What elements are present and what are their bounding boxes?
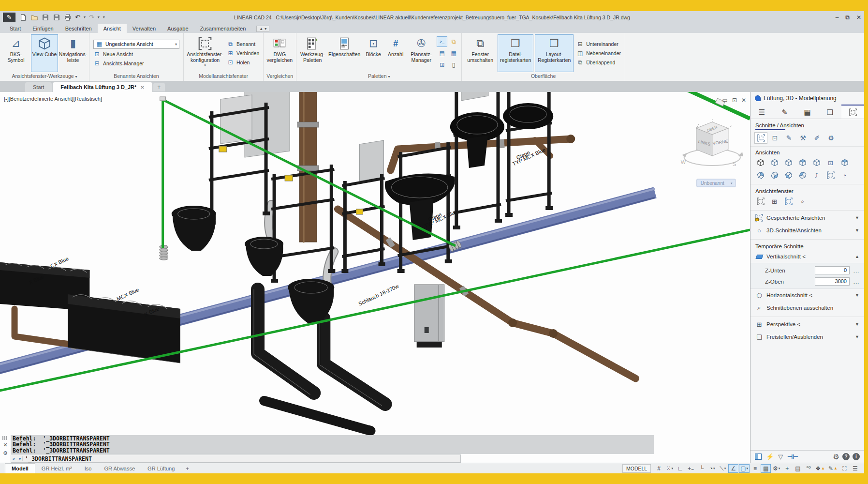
transparency-icon[interactable]: ▦	[761, 464, 771, 473]
gear-icon[interactable]: ⚙	[824, 132, 838, 144]
command-line-icon[interactable]: >_	[437, 36, 447, 47]
doc-tab-drawing[interactable]: Fellbach Kita Lüftung 3 D_JR*✕	[53, 82, 152, 92]
z-unten-browse-button[interactable]: ...	[853, 268, 860, 273]
clipboard-icon[interactable]: ▯	[448, 60, 459, 70]
chevron-down-icon[interactable]: ▼	[855, 228, 859, 233]
close-tab-icon[interactable]: ✕	[140, 85, 144, 90]
view-corner-ne-icon[interactable]	[782, 170, 794, 181]
view-globe-icon[interactable]: ◔	[839, 170, 851, 181]
neue-ansicht-button[interactable]: ⊡Neue Ansicht	[93, 51, 179, 58]
open-file-icon[interactable]	[30, 14, 38, 21]
chevron-down-icon[interactable]: ▼	[855, 215, 859, 220]
panel-label[interactable]: Paletten ▾	[296, 72, 461, 81]
view-corner-se-icon[interactable]	[768, 170, 780, 181]
info-icon[interactable]: i	[853, 453, 860, 460]
ribbon-collapse-button[interactable]: ▲▾	[256, 26, 269, 32]
tab-ausgabe[interactable]: Ausgabe	[162, 24, 194, 33]
viewport-minimize-icon[interactable]: ▭	[722, 97, 728, 104]
infer-constraints-icon[interactable]: ∟	[675, 464, 685, 473]
units-icon[interactable]: °º	[803, 464, 813, 473]
help-icon[interactable]: ?	[842, 453, 850, 460]
object-snap-icon[interactable]: ▢▾	[739, 464, 750, 473]
wrench-icon[interactable]: ⚒	[796, 132, 809, 144]
tab-einfuegen[interactable]: Einfügen	[27, 24, 59, 33]
chevron-down-icon[interactable]: ▼	[855, 334, 859, 339]
calculator-icon[interactable]: ▦	[448, 48, 459, 59]
dynamic-input-icon[interactable]: +₌	[686, 464, 696, 473]
undo-icon[interactable]: ↶	[75, 14, 80, 21]
clean-screen-icon[interactable]: ⛶	[839, 464, 850, 473]
command-input[interactable]: >_▾ '_3DORBITTRANSPARENT	[11, 454, 461, 463]
panel-settings-gear-icon[interactable]: ⚙	[833, 453, 839, 461]
chevron-up-icon[interactable]: ▲	[855, 254, 859, 259]
layout-tab-iso[interactable]: Iso	[78, 463, 98, 473]
view-frame-icon[interactable]	[824, 170, 837, 181]
layout-tab-gr-abwasse[interactable]: GR Abwasse	[98, 463, 141, 473]
tab-beschriften[interactable]: Beschriften	[59, 24, 98, 33]
view-cube[interactable]: OBEN LINKS VORNE W S	[681, 119, 743, 167]
crosshair-icon[interactable]: +	[782, 464, 792, 473]
redo-icon[interactable]: ↷	[89, 14, 94, 21]
werkzeug-paletten-button[interactable]: Werkzeug-Paletten	[299, 34, 326, 72]
qat-customize-icon[interactable]: ▾	[103, 15, 105, 19]
viewport-tool-icon[interactable]	[754, 132, 767, 144]
tab-zusammenarbeiten[interactable]: Zusammenarbeiten	[194, 24, 252, 33]
minimize-button[interactable]: –	[836, 14, 839, 21]
osnap-tracking-icon[interactable]: ∠	[728, 464, 738, 473]
tab-start[interactable]: Start	[4, 24, 27, 33]
view-iso-ne-icon[interactable]	[782, 157, 794, 168]
layout-registerkarten-button[interactable]: ❒Layout-Registerkarten	[535, 34, 574, 72]
quick-properties-icon[interactable]: ▤	[793, 464, 803, 473]
horizontal-section-row[interactable]: ⬡ Horizontalschnitt <▼	[750, 289, 864, 302]
panel-tab-document-icon[interactable]: ❏	[819, 105, 841, 119]
view-block-icon[interactable]: ⊡	[824, 157, 837, 168]
save-icon[interactable]	[42, 14, 49, 21]
view-cube-button[interactable]: View Cube	[31, 34, 58, 72]
datei-registerkarten-button[interactable]: ❐Datei-registerkarten	[498, 34, 533, 72]
ueberlappend-button[interactable]: ⧉Überlappend	[576, 59, 621, 66]
holen-button[interactable]: ⊡Holen	[227, 59, 259, 66]
nebeneinander-button[interactable]: ◫Nebeneinander	[576, 50, 621, 57]
panel-label[interactable]: Ansichtsfenster-Werkzeuge ▾	[0, 72, 89, 81]
navigationsleiste-button[interactable]: ▮Navigations-leiste	[59, 34, 87, 72]
panel-tab-edit-icon[interactable]: ✎	[773, 105, 796, 119]
print-icon[interactable]	[64, 14, 72, 21]
viewport-grid-icon[interactable]: ⊞	[768, 196, 780, 207]
dwg-vergleichen-button[interactable]: DWG vergleichen	[266, 34, 293, 72]
anzahl-button[interactable]: #Anzahl	[385, 34, 406, 72]
measure-icon[interactable]: ✐	[810, 132, 824, 144]
view-iso-se-icon[interactable]	[768, 157, 780, 168]
command-recent-caret-icon[interactable]: ▾	[19, 456, 21, 461]
restore-button[interactable]: ⧉	[845, 14, 850, 21]
ansichts-manager-button[interactable]: ⊟Ansichts-Manager	[93, 60, 179, 67]
tab-ansicht[interactable]: Ansicht	[98, 24, 127, 33]
ansichtsfenster-konfiguration-button[interactable]: Ansichtsfenster-konfiguration ▾	[186, 34, 224, 72]
command-close-icon[interactable]: ✕	[3, 442, 7, 448]
tab-verwalten[interactable]: Verwalten	[127, 24, 162, 33]
command-drag-grip[interactable]	[2, 436, 8, 440]
benannt-button[interactable]: ⧉Benannt	[227, 41, 259, 48]
panel-tab-sections-icon[interactable]	[841, 105, 864, 119]
model-space-button[interactable]: MODELL	[622, 464, 651, 473]
view-iso-nw-icon[interactable]	[796, 157, 809, 168]
z-oben-browse-button[interactable]: ...	[853, 279, 860, 285]
annotation-warning-icon[interactable]: ✎▲	[827, 464, 839, 473]
new-file-icon[interactable]	[19, 14, 27, 21]
named-view-pill[interactable]: Unbenannt ▾	[697, 179, 736, 187]
verbinden-button[interactable]: ⊞Verbinden	[227, 50, 259, 57]
close-button[interactable]: ✕	[856, 14, 861, 21]
columns-icon[interactable]	[755, 454, 762, 460]
isodraft-icon[interactable]: ⟍▾	[718, 464, 728, 473]
chevron-down-icon[interactable]: ▼	[855, 322, 859, 327]
isolate-hide-row[interactable]: ❏ Freistellen/Ausblenden▼	[750, 331, 864, 343]
redo-caret-icon[interactable]: ▾	[98, 15, 100, 19]
panel-tab-calculation-icon[interactable]: ▦	[796, 105, 819, 119]
quick-edit-icon[interactable]: ⚡	[766, 453, 774, 460]
layout-tab-gr-lueftung[interactable]: GR Lüftung	[141, 463, 181, 473]
fenster-umschalten-button[interactable]: ⧉Fenster umschalten	[464, 34, 496, 72]
perspective-row[interactable]: ⊞ Perspektive <▼	[750, 318, 864, 331]
view-stack-icon[interactable]	[839, 157, 851, 168]
viewport-single-icon[interactable]	[754, 196, 766, 207]
saved-views-row[interactable]: Gespeicherte Ansichten▼	[750, 212, 864, 224]
edit-document-icon[interactable]: ✎	[782, 132, 795, 144]
